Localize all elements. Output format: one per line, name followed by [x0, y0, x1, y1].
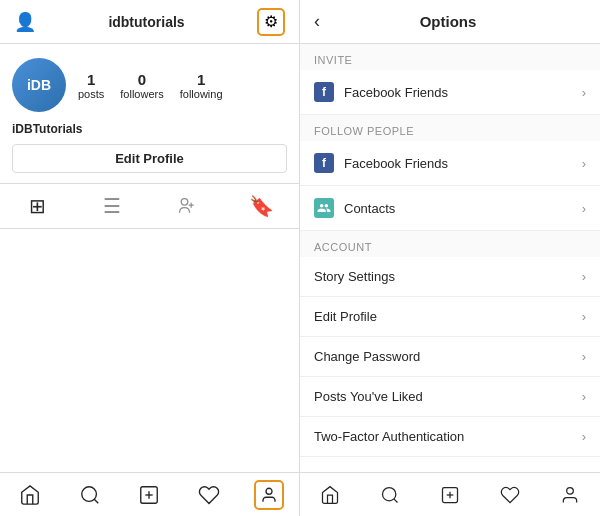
change-password-label: Change Password [314, 349, 420, 364]
svg-line-10 [394, 498, 398, 502]
chevron-right-icon: › [582, 389, 586, 404]
back-button[interactable]: ‹ [314, 11, 320, 32]
following-count: 1 [197, 71, 205, 88]
left-bottom-nav [0, 472, 299, 516]
svg-point-14 [567, 487, 574, 494]
followers-label: followers [120, 88, 163, 100]
follow-contacts[interactable]: Contacts › [300, 186, 600, 231]
view-tabs: ⊞ ☰ 🔖 [0, 183, 299, 229]
invite-fb-label: Facebook Friends [344, 85, 448, 100]
tagged-tab[interactable] [150, 194, 225, 218]
chevron-right-icon: › [582, 309, 586, 324]
chevron-right-icon: › [582, 85, 586, 100]
left-header: 👤 idbtutorials ⚙ [0, 0, 299, 44]
settings-gear-button[interactable]: ⚙ [257, 8, 285, 36]
chevron-right-icon: › [582, 269, 586, 284]
follow-facebook-friends[interactable]: f Facebook Friends › [300, 141, 600, 186]
followers-stat: 0 followers [120, 71, 163, 100]
svg-line-4 [94, 499, 98, 503]
two-factor-label: Two-Factor Authentication [314, 429, 464, 444]
edit-profile-option-label: Edit Profile [314, 309, 377, 324]
home-nav-left[interactable] [0, 473, 60, 516]
posts-label: posts [78, 88, 104, 100]
posts-liked-label: Posts You've Liked [314, 389, 423, 404]
profile-username: iDBTutorials [0, 122, 299, 144]
following-label: following [180, 88, 223, 100]
edit-profile-button[interactable]: Edit Profile [12, 144, 287, 173]
profile-section: iDB 1 posts 0 followers 1 following [0, 44, 299, 122]
options-list: INVITE f Facebook Friends › FOLLOW PEOPL… [300, 44, 600, 472]
posts-stat: 1 posts [78, 71, 104, 100]
edit-profile-option[interactable]: Edit Profile › [300, 297, 600, 337]
contacts-label: Contacts [344, 201, 395, 216]
posts-liked[interactable]: Posts You've Liked › [300, 377, 600, 417]
active-profile-indicator [254, 480, 284, 510]
account-section-header: ACCOUNT [300, 231, 600, 257]
left-username: idbtutorials [108, 14, 184, 30]
search-nav-left[interactable] [60, 473, 120, 516]
profile-nav-right[interactable] [540, 473, 600, 516]
story-settings-label: Story Settings [314, 269, 395, 284]
right-header: ‹ Options [300, 0, 600, 44]
svg-point-8 [266, 488, 272, 494]
chevron-right-icon: › [582, 156, 586, 171]
invite-facebook-friends[interactable]: f Facebook Friends › [300, 70, 600, 115]
contacts-icon [314, 198, 334, 218]
invite-section-header: INVITE [300, 44, 600, 70]
change-password[interactable]: Change Password › [300, 337, 600, 377]
follow-section-header: FOLLOW PEOPLE [300, 115, 600, 141]
heart-nav-right[interactable] [480, 473, 540, 516]
following-stat: 1 following [180, 71, 223, 100]
heart-nav-left[interactable] [179, 473, 239, 516]
facebook-icon-follow: f [314, 153, 334, 173]
add-nav-right[interactable] [420, 473, 480, 516]
left-panel: 👤 idbtutorials ⚙ iDB 1 posts 0 followers… [0, 0, 300, 516]
svg-point-9 [383, 487, 396, 500]
chevron-right-icon: › [582, 429, 586, 444]
right-panel: ‹ Options INVITE f Facebook Friends › FO… [300, 0, 600, 516]
right-bottom-nav [300, 472, 600, 516]
list-tab[interactable]: ☰ [75, 194, 150, 218]
chevron-right-icon: › [582, 349, 586, 364]
followers-count: 0 [138, 71, 146, 88]
home-nav-right[interactable] [300, 473, 360, 516]
grid-tab[interactable]: ⊞ [0, 194, 75, 218]
svg-point-0 [181, 199, 188, 206]
options-title: Options [328, 13, 568, 30]
profile-stats: 1 posts 0 followers 1 following [78, 71, 223, 100]
profile-nav-left[interactable] [239, 473, 299, 516]
follow-fb-label: Facebook Friends [344, 156, 448, 171]
saved-tab[interactable]: 🔖 [224, 194, 299, 218]
two-factor-auth[interactable]: Two-Factor Authentication › [300, 417, 600, 457]
search-nav-right[interactable] [360, 473, 420, 516]
gear-icon: ⚙ [264, 12, 278, 31]
blocked-users[interactable]: Blocked Users › [300, 457, 600, 472]
posts-count: 1 [87, 71, 95, 88]
avatar: iDB [12, 58, 66, 112]
user-icon[interactable]: 👤 [14, 11, 36, 33]
chevron-right-icon: › [582, 201, 586, 216]
add-nav-left[interactable] [120, 473, 180, 516]
facebook-icon: f [314, 82, 334, 102]
story-settings[interactable]: Story Settings › [300, 257, 600, 297]
svg-point-3 [81, 486, 96, 501]
